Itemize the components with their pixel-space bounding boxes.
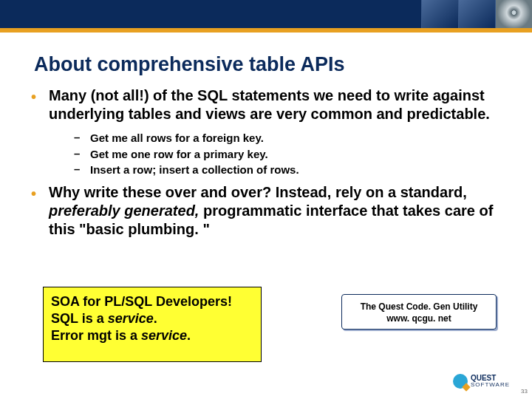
soa-line1: SOA for PL/SQL Developers!	[51, 293, 253, 310]
sub-bullet-list: – Get me all rows for a foreign key. – G…	[31, 126, 502, 183]
sub-bullet-text: Get me all rows for a foreign key.	[90, 131, 264, 146]
header-tile	[421, 0, 458, 28]
sub-bullet-text: Insert a row; insert a collection of row…	[90, 163, 299, 177]
quest-callout-box: The Quest Code. Gen Utility www. qcgu. n…	[341, 294, 497, 330]
quest-line1: The Quest Code. Gen Utility	[347, 301, 491, 313]
bullet-level1: • Many (not all!) of the SQL statements …	[31, 86, 502, 123]
quest-line2: www. qcgu. net	[347, 313, 491, 324]
soa-callout-box: SOA for PL/SQL Developers! SQL is a serv…	[43, 287, 262, 362]
dash-marker: –	[74, 131, 90, 146]
header-decoration	[421, 0, 532, 28]
page-number: 33	[521, 388, 528, 395]
bullet-text: Why write these over and over? Instead, …	[49, 183, 502, 239]
quest-logo: QUEST SOFTWARE	[453, 374, 510, 389]
bullet-level2: – Get me all rows for a foreign key.	[74, 131, 502, 146]
dash-marker: –	[74, 163, 90, 177]
dash-marker: –	[74, 147, 90, 162]
header-tile-eye	[495, 0, 532, 28]
soa-line2: SQL is a service.	[51, 310, 253, 327]
bullet-marker: •	[31, 86, 49, 123]
bullet-level2: – Insert a row; insert a collection of r…	[74, 163, 502, 177]
content-area: • Many (not all!) of the SQL statements …	[0, 81, 532, 239]
quest-logo-text: QUEST SOFTWARE	[471, 375, 510, 388]
bullet-text: Many (not all!) of the SQL statements we…	[49, 86, 502, 123]
header-band	[0, 0, 532, 33]
sub-bullet-text: Get me one row for a primary key.	[90, 147, 268, 162]
header-tile	[458, 0, 495, 28]
soa-line3: Error mgt is a service.	[51, 327, 253, 344]
slide-title: About comprehensive table APIs	[0, 33, 532, 81]
bullet-marker: •	[31, 183, 49, 239]
bullet-level2: – Get me one row for a primary key.	[74, 147, 502, 162]
quest-logo-icon	[453, 374, 468, 389]
bullet-level1: • Why write these over and over? Instead…	[31, 183, 502, 239]
